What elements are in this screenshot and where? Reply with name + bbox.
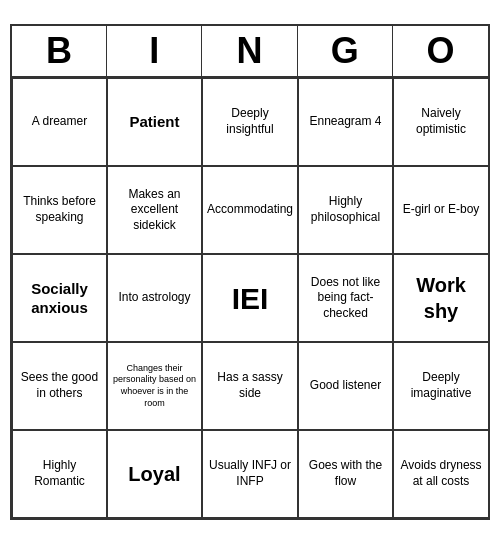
cell-text: Patient: [129, 112, 179, 132]
cell-text: Has a sassy side: [207, 370, 293, 401]
bingo-header: BINGO: [12, 26, 488, 78]
cell-text: Deeply imaginative: [398, 370, 484, 401]
cell-text: E-girl or E-boy: [403, 202, 480, 218]
cell-text: Loyal: [128, 461, 180, 487]
header-letter: G: [298, 26, 393, 76]
bingo-cell: Thinks before speaking: [12, 166, 107, 254]
cell-text: Sees the good in others: [17, 370, 102, 401]
bingo-cell: Does not like being fact-checked: [298, 254, 393, 342]
header-letter: O: [393, 26, 488, 76]
cell-text: Work shy: [398, 272, 484, 324]
bingo-cell: Goes with the flow: [298, 430, 393, 518]
cell-text: Enneagram 4: [309, 114, 381, 130]
cell-text: Usually INFJ or INFP: [207, 458, 293, 489]
cell-text: Accommodating: [207, 202, 293, 218]
bingo-cell: Loyal: [107, 430, 202, 518]
bingo-cell: E-girl or E-boy: [393, 166, 488, 254]
bingo-cell: Deeply imaginative: [393, 342, 488, 430]
bingo-card: BINGO A dreamerPatientDeeply insightfulE…: [10, 24, 490, 520]
cell-text: Good listener: [310, 378, 381, 394]
bingo-cell: Avoids dryness at all costs: [393, 430, 488, 518]
bingo-cell: Usually INFJ or INFP: [202, 430, 298, 518]
cell-text: Into astrology: [118, 290, 190, 306]
cell-text: Highly Romantic: [17, 458, 102, 489]
header-letter: N: [202, 26, 297, 76]
bingo-cell: Highly Romantic: [12, 430, 107, 518]
bingo-cell: Makes an excellent sidekick: [107, 166, 202, 254]
cell-text: Goes with the flow: [303, 458, 388, 489]
cell-text: Changes their personality based on whoev…: [112, 363, 197, 410]
cell-text: A dreamer: [32, 114, 87, 130]
bingo-cell: Work shy: [393, 254, 488, 342]
bingo-cell: Sees the good in others: [12, 342, 107, 430]
cell-text: Highly philosophical: [303, 194, 388, 225]
bingo-cell: Patient: [107, 78, 202, 166]
header-letter: I: [107, 26, 202, 76]
header-letter: B: [12, 26, 107, 76]
bingo-cell: A dreamer: [12, 78, 107, 166]
cell-text: Does not like being fact-checked: [303, 275, 388, 322]
cell-text: Makes an excellent sidekick: [112, 187, 197, 234]
bingo-cell: Into astrology: [107, 254, 202, 342]
bingo-cell: Enneagram 4: [298, 78, 393, 166]
cell-text: Deeply insightful: [207, 106, 293, 137]
cell-text: Naively optimistic: [398, 106, 484, 137]
cell-text: IEI: [232, 279, 269, 318]
bingo-cell: Naively optimistic: [393, 78, 488, 166]
bingo-cell: Deeply insightful: [202, 78, 298, 166]
cell-text: Thinks before speaking: [17, 194, 102, 225]
bingo-grid: A dreamerPatientDeeply insightfulEnneagr…: [12, 78, 488, 518]
bingo-cell: IEI: [202, 254, 298, 342]
bingo-cell: Changes their personality based on whoev…: [107, 342, 202, 430]
cell-text: Avoids dryness at all costs: [398, 458, 484, 489]
bingo-cell: Good listener: [298, 342, 393, 430]
bingo-cell: Accommodating: [202, 166, 298, 254]
bingo-cell: Has a sassy side: [202, 342, 298, 430]
bingo-cell: Highly philosophical: [298, 166, 393, 254]
cell-text: Socially anxious: [17, 279, 102, 318]
bingo-cell: Socially anxious: [12, 254, 107, 342]
